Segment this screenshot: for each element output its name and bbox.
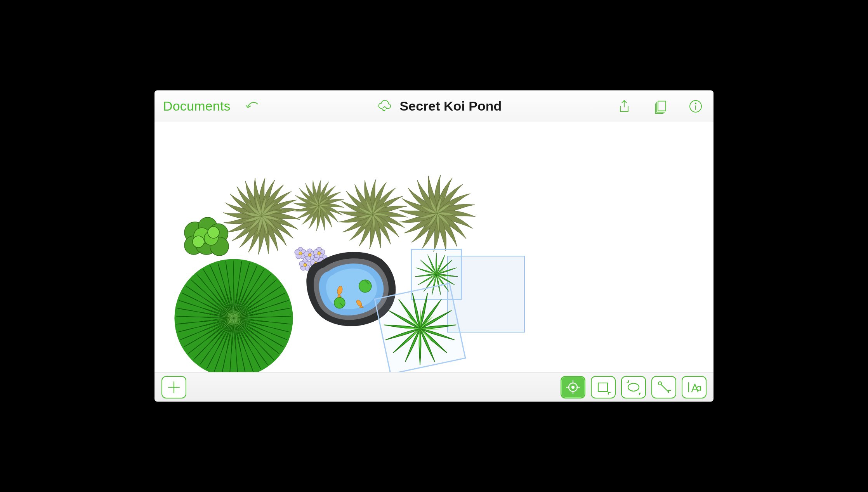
device-frame: Documents Secret Koi Pond	[151, 87, 717, 405]
leafy-tree-4[interactable]	[394, 173, 481, 254]
svg-rect-0	[658, 101, 666, 111]
svg-point-26	[628, 383, 639, 391]
crosshair-icon	[565, 379, 581, 395]
ellipse-tool[interactable]	[621, 376, 646, 398]
add-button[interactable]	[161, 376, 186, 398]
dense-bush[interactable]	[168, 254, 300, 372]
svg-point-11	[193, 236, 204, 248]
text-icon	[686, 379, 702, 395]
info-button[interactable]	[686, 97, 705, 116]
svg-point-2	[695, 102, 696, 104]
top-toolbar-right	[615, 97, 705, 116]
rectangle-icon	[595, 379, 611, 395]
document-title[interactable]: Secret Koi Pond	[400, 99, 502, 114]
layers-button[interactable]	[651, 97, 669, 116]
top-toolbar-center: Secret Koi Pond	[271, 96, 605, 116]
undo-icon	[244, 99, 259, 114]
bottom-toolbar	[155, 372, 713, 402]
top-toolbar: Documents Secret Koi Pond	[155, 90, 713, 122]
undo-button[interactable]	[242, 97, 261, 116]
info-icon	[688, 99, 703, 114]
selection-tool[interactable]	[561, 376, 585, 398]
svg-point-24	[571, 386, 575, 389]
top-toolbar-left: Documents	[163, 97, 261, 116]
svg-rect-25	[598, 383, 608, 392]
documents-button[interactable]: Documents	[163, 99, 231, 114]
share-button[interactable]	[615, 97, 634, 116]
plus-icon	[166, 379, 182, 395]
rectangle-tool[interactable]	[591, 376, 616, 398]
line-tool[interactable]	[651, 376, 676, 398]
bottom-toolbar-right	[561, 376, 707, 398]
line-icon	[656, 379, 672, 395]
ellipse-icon	[626, 379, 641, 395]
layers-stack-icon	[652, 99, 668, 114]
bottom-toolbar-left	[161, 376, 186, 398]
selected-grass-large[interactable]	[374, 282, 466, 372]
app-screen: Documents Secret Koi Pond	[155, 90, 713, 402]
svg-point-12	[208, 227, 219, 238]
canvas[interactable]	[155, 122, 713, 372]
share-icon	[616, 99, 632, 114]
text-tool[interactable]	[682, 376, 707, 398]
cloud-sync-icon	[374, 96, 394, 116]
